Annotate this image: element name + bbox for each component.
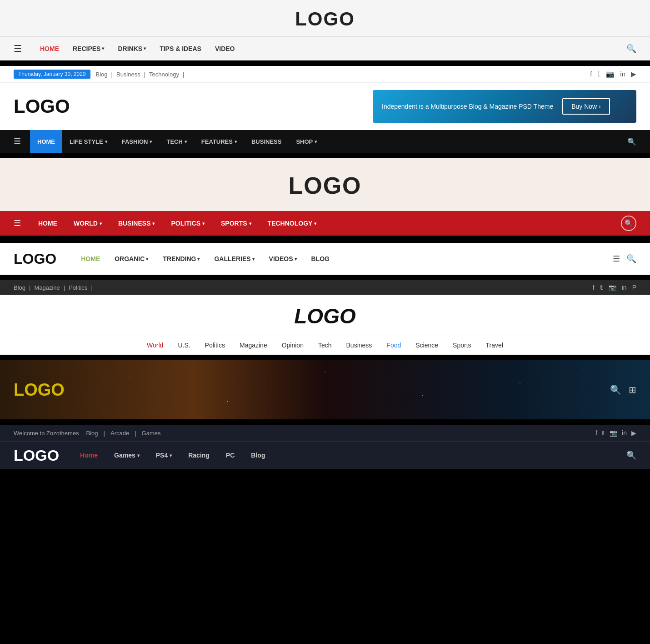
breadcrumb-blog: Blog — [86, 430, 98, 437]
nav-shop[interactable]: SHOP ▾ — [289, 130, 324, 153]
subnav-sports[interactable]: Sports — [445, 342, 478, 349]
subnav-tech[interactable]: Tech — [311, 342, 339, 349]
linkedin-icon[interactable]: in — [622, 284, 627, 291]
nav-home[interactable]: HOME — [30, 211, 65, 236]
subnav-politics[interactable]: Politics — [198, 342, 232, 349]
nav-drinks[interactable]: DRINKS ▾ — [118, 45, 146, 52]
instagram-icon[interactable]: 📷 — [610, 429, 617, 437]
section5-header: Blog | Magazine | Politics | f 𝕥 📷 in P … — [0, 280, 650, 355]
section3-nav: ☰ HOME WORLD ▾ BUSINESS ▾ POLITICS ▾ SPO… — [0, 211, 650, 236]
nav-features[interactable]: FEATURES ▾ — [194, 130, 244, 153]
nav-organic[interactable]: ORGANIC ▾ — [108, 255, 155, 262]
section2-main-row: LOGO Independent is a Multipurpose Blog … — [0, 83, 650, 130]
subnav-magazine[interactable]: Magazine — [232, 342, 275, 349]
chevron-down-icon: ▾ — [100, 221, 102, 226]
subnav-opinion[interactable]: Opinion — [275, 342, 311, 349]
nav-trending[interactable]: TRENDING ▾ — [156, 255, 206, 262]
subnav-business[interactable]: Business — [339, 342, 380, 349]
chevron-down-icon: ▾ — [150, 139, 152, 144]
section3-logo: LOGO — [288, 172, 361, 199]
hamburger-icon[interactable]: ☰ — [14, 43, 22, 54]
search-button[interactable]: 🔍 — [621, 216, 636, 231]
search-icon[interactable]: 🔍 — [626, 254, 636, 264]
subnav-science[interactable]: Science — [408, 342, 445, 349]
breadcrumb-games: Games — [142, 430, 161, 437]
twitter-icon[interactable]: 𝕥 — [597, 70, 600, 78]
twitter-icon[interactable]: 𝕥 — [600, 284, 603, 291]
youtube-icon[interactable]: ▶ — [631, 429, 636, 437]
nav-pc[interactable]: PC — [219, 452, 242, 459]
section7-navlinks: Home Games ▾ PS4 ▾ Racing PC Blog — [73, 452, 272, 459]
nav-home[interactable]: HOME — [40, 45, 59, 52]
nav-tech[interactable]: TECH ▾ — [159, 130, 194, 153]
menu-icon[interactable]: ☰ — [613, 254, 620, 264]
nav-video[interactable]: VIDEO — [215, 45, 235, 52]
breadcrumb-magazine: Magazine — [34, 284, 60, 291]
chevron-down-icon: ▾ — [185, 139, 187, 144]
subnav-food[interactable]: Food — [379, 342, 408, 349]
twitter-icon[interactable]: 𝕥 — [602, 429, 605, 437]
linkedin-icon[interactable]: in — [622, 429, 627, 437]
nav-galleries[interactable]: GALLERIES ▾ — [208, 255, 260, 262]
section5-logo-area: LOGO World U.S. Politics Magazine Opinio… — [0, 295, 650, 355]
nav-home[interactable]: HOME — [75, 255, 106, 262]
divider: | — [64, 284, 65, 291]
breadcrumb-arcade: Arcade — [110, 430, 129, 437]
nav-ps4[interactable]: PS4 ▾ — [149, 452, 179, 459]
divider: | — [135, 430, 136, 437]
separator — [0, 236, 650, 241]
nav-videos[interactable]: VIDEOS ▾ — [263, 255, 303, 262]
instagram-icon[interactable]: 📷 — [609, 284, 616, 291]
nav-sports[interactable]: SPORTS ▾ — [213, 211, 260, 236]
nav-technology[interactable]: TECHNOLOGY ▾ — [260, 211, 325, 236]
breadcrumb: Blog | Arcade | Games — [86, 430, 161, 437]
divider: | — [91, 284, 92, 291]
section5-subnav: World U.S. Politics Magazine Opinion Tec… — [14, 336, 636, 354]
instagram-icon[interactable]: 📷 — [606, 70, 615, 78]
nav-blog[interactable]: BLOG — [305, 255, 336, 262]
nav-games[interactable]: Games ▾ — [107, 452, 147, 459]
section4-icons: ☰ 🔍 — [613, 254, 636, 264]
nav-racing[interactable]: Racing — [181, 452, 217, 459]
linkedin-icon[interactable]: in — [620, 70, 625, 78]
section3-header: LOGO ☰ HOME WORLD ▾ BUSINESS ▾ POLITICS … — [0, 158, 650, 236]
section5-logo: LOGO — [14, 304, 636, 336]
subnav-world[interactable]: World — [140, 342, 170, 349]
breadcrumb-blog: Blog — [96, 71, 108, 78]
nav-fashion[interactable]: FASHION ▾ — [115, 130, 160, 153]
nav-recipes[interactable]: RECIPES ▾ — [73, 45, 104, 52]
nav-tips-ideas[interactable]: TIPS & IDEAS — [160, 45, 201, 52]
section4-nav: HOME ORGANIC ▾ TRENDING ▾ GALLERIES ▾ VI… — [75, 255, 336, 262]
nav-politics[interactable]: POLITICS ▾ — [163, 211, 213, 236]
grid-icon[interactable]: ⊞ — [629, 384, 636, 395]
nav-home[interactable]: HOME — [30, 130, 62, 153]
section7-topbar: Welcome to Zozothemes Blog | Arcade | Ga… — [0, 425, 650, 442]
facebook-icon[interactable]: f — [595, 429, 597, 437]
nav-home[interactable]: Home — [73, 452, 105, 459]
chevron-down-icon: ▾ — [144, 46, 146, 51]
subnav-us[interactable]: U.S. — [170, 342, 197, 349]
nav-business[interactable]: BUSINESS ▾ — [110, 211, 163, 236]
breadcrumb-blog: Blog — [14, 284, 25, 291]
hamburger-icon[interactable]: ☰ — [14, 136, 21, 146]
chevron-down-icon: ▾ — [235, 139, 237, 144]
pinterest-icon[interactable]: P — [632, 284, 636, 291]
facebook-icon[interactable]: f — [590, 70, 592, 78]
nav-lifestyle[interactable]: LIFE STYLE ▾ — [62, 130, 115, 153]
search-icon[interactable]: 🔍 — [627, 137, 636, 146]
subnav-travel[interactable]: Travel — [479, 342, 510, 349]
hamburger-icon[interactable]: ☰ — [14, 218, 21, 228]
search-icon[interactable]: 🔍 — [626, 44, 636, 54]
youtube-icon[interactable]: ▶ — [631, 70, 636, 78]
buy-now-button[interactable]: Buy Now › — [562, 98, 610, 115]
section5-topbar: Blog | Magazine | Politics | f 𝕥 📷 in P — [0, 280, 650, 295]
chevron-down-icon: ▾ — [202, 221, 205, 226]
nav-business[interactable]: BUSINESS — [244, 130, 289, 153]
search-icon[interactable]: 🔍 — [626, 450, 636, 460]
search-icon[interactable]: 🔍 — [610, 384, 621, 395]
chevron-down-icon: ▾ — [170, 453, 172, 458]
nav-blog[interactable]: Blog — [244, 452, 272, 459]
section4-logo: LOGO — [14, 251, 56, 267]
facebook-icon[interactable]: f — [593, 284, 595, 291]
nav-world[interactable]: WORLD ▾ — [65, 211, 110, 236]
